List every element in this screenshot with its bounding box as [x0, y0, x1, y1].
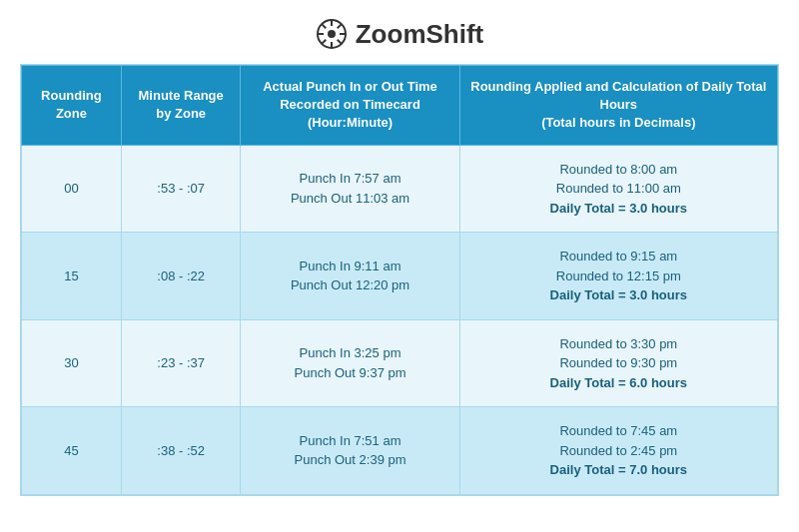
table-header: RoundingZone Minute Rangeby Zone Actual … — [22, 66, 778, 146]
cell-punch: Punch In 7:57 amPunch Out 11:03 am — [241, 145, 459, 233]
cell-punch: Punch In 7:51 amPunch Out 2:39 pm — [241, 407, 459, 495]
table-row: 15:08 - :22Punch In 9:11 amPunch Out 12:… — [22, 233, 778, 320]
cell-punch: Punch In 3:25 pmPunch Out 9:37 pm — [241, 319, 459, 407]
cell-rounding: Rounded to 9:15 amRounded to 12:15 pmDai… — [459, 233, 777, 320]
logo-regular: Zoom — [356, 19, 426, 49]
table-body: 00:53 - :07Punch In 7:57 amPunch Out 11:… — [22, 145, 778, 494]
cell-range: :23 - :37 — [121, 319, 241, 407]
daily-total: Daily Total = 7.0 hours — [550, 462, 687, 477]
cell-rounding: Rounded to 3:30 pmRounded to 9:30 pmDail… — [459, 319, 777, 407]
col-header-range: Minute Rangeby Zone — [121, 66, 241, 146]
col-header-rounding: Rounding Applied and Calculation of Dail… — [459, 66, 777, 146]
svg-point-1 — [328, 30, 336, 38]
header: ZoomShift — [316, 0, 484, 64]
logo-text: ZoomShift — [356, 19, 484, 50]
logo-bold: Shift — [426, 19, 484, 49]
daily-total: Daily Total = 3.0 hours — [550, 201, 687, 216]
cell-punch: Punch In 9:11 amPunch Out 12:20 pm — [241, 233, 459, 320]
cell-zone: 30 — [22, 319, 122, 407]
cell-rounding: Rounded to 7:45 amRounded to 2:45 pmDail… — [459, 407, 777, 495]
cell-zone: 00 — [22, 145, 122, 233]
rounding-table: RoundingZone Minute Rangeby Zone Actual … — [21, 65, 778, 495]
header-row: RoundingZone Minute Rangeby Zone Actual … — [22, 66, 778, 146]
svg-line-9 — [322, 40, 326, 44]
cell-rounding: Rounded to 8:00 amRounded to 11:00 amDai… — [459, 145, 777, 233]
cell-range: :08 - :22 — [121, 233, 241, 320]
zoomshift-logo-icon — [316, 18, 348, 50]
rounding-table-container: RoundingZone Minute Rangeby Zone Actual … — [20, 64, 779, 496]
cell-range: :53 - :07 — [121, 145, 241, 233]
svg-line-6 — [322, 24, 326, 28]
svg-line-8 — [337, 24, 341, 28]
cell-zone: 15 — [22, 233, 122, 320]
daily-total: Daily Total = 3.0 hours — [550, 287, 687, 302]
cell-zone: 45 — [22, 407, 122, 495]
col-header-zone: RoundingZone — [22, 66, 122, 146]
table-row: 45:38 - :52Punch In 7:51 amPunch Out 2:3… — [22, 407, 778, 495]
table-row: 00:53 - :07Punch In 7:57 amPunch Out 11:… — [22, 145, 778, 233]
table-row: 30:23 - :37Punch In 3:25 pmPunch Out 9:3… — [22, 319, 778, 407]
col-header-punch: Actual Punch In or Out Time Recorded on … — [241, 66, 459, 146]
daily-total: Daily Total = 6.0 hours — [550, 375, 687, 390]
cell-range: :38 - :52 — [121, 407, 241, 495]
svg-line-7 — [337, 40, 341, 44]
